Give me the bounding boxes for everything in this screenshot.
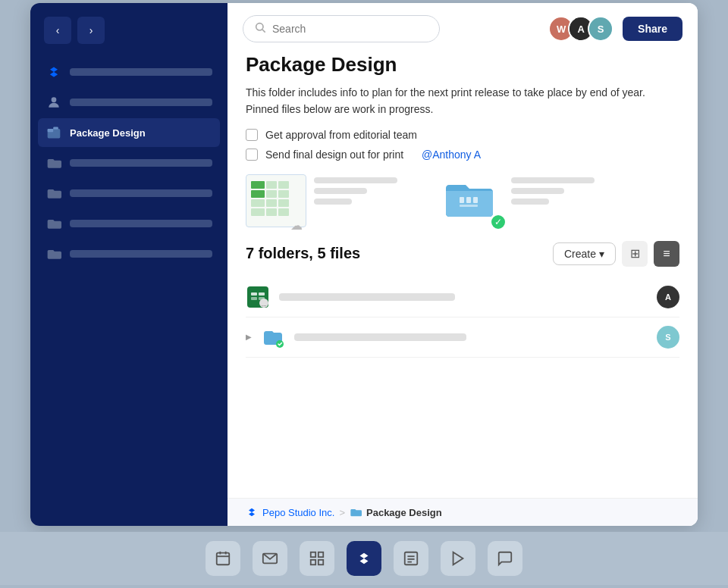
svg-rect-26 [318, 560, 323, 565]
svg-rect-11 [251, 292, 257, 296]
svg-rect-23 [311, 552, 315, 557]
avatar-3: S [588, 16, 613, 42]
grid-cell [251, 208, 265, 216]
grid-cell [251, 190, 265, 198]
count-row: 7 folders, 5 files Create ▾ ⊞ ≡ [246, 241, 679, 267]
taskbar [0, 532, 728, 585]
grid-cell [266, 199, 277, 207]
svg-rect-3 [53, 127, 58, 130]
file-row[interactable]: ... A [246, 277, 679, 317]
file-row[interactable]: ▶ S [246, 317, 679, 358]
grid-cell [278, 208, 289, 216]
sync-check-badge: ✓ [490, 214, 507, 230]
spreadsheet-grid [251, 181, 289, 216]
search-input[interactable] [272, 23, 428, 35]
svg-point-0 [52, 97, 57, 102]
svg-rect-18 [217, 553, 230, 565]
folder-title: Package Design [246, 53, 679, 77]
sidebar-item-folder4[interactable] [38, 239, 220, 268]
grid-cell [278, 190, 289, 198]
checkbox-1[interactable] [246, 129, 258, 141]
dropbox-icon [46, 64, 62, 80]
file-folder-icon [261, 325, 285, 349]
folder3-icon [46, 215, 62, 232]
sidebar-nav: ‹ › [30, 17, 228, 58]
breadcrumb-separator: > [339, 507, 345, 518]
svg-line-5 [262, 30, 265, 33]
file-spreadsheet-icon: ... [246, 285, 270, 309]
svg-rect-12 [259, 292, 265, 296]
grid-cell [251, 199, 265, 207]
meta-bar [314, 177, 397, 183]
spreadsheet-thumbnail: ☁ [246, 174, 306, 227]
expand-arrow-icon[interactable]: ▶ [246, 333, 252, 341]
folder1-icon [46, 155, 62, 171]
breadcrumb-company[interactable]: Pepo Studio Inc. [262, 507, 334, 518]
grid-cell [266, 208, 277, 216]
folder-meta [511, 174, 595, 205]
svg-rect-8 [473, 197, 478, 203]
folder2-icon [46, 185, 62, 202]
app-window: ‹ › [30, 3, 698, 526]
main-content: W A S Share Package Design This folder i… [228, 3, 698, 526]
sidebar-item-folder2[interactable] [38, 179, 220, 208]
sidebar-item-folder4-label [70, 250, 212, 258]
grid-cell [251, 181, 265, 189]
sidebar-item-account-label [70, 99, 212, 106]
sidebar-item-dropbox[interactable] [38, 58, 220, 86]
search-box[interactable] [243, 15, 440, 42]
sidebar-item-dropbox-label [70, 68, 212, 76]
taskbar-chat[interactable] [488, 541, 522, 576]
sidebar-item-folder3-label [70, 220, 212, 227]
breadcrumb-current: Package Design [366, 507, 442, 518]
grid-cell [278, 199, 289, 207]
file-name-bar [279, 293, 455, 301]
count-actions: Create ▾ ⊞ ≡ [553, 241, 679, 267]
taskbar-play[interactable] [441, 541, 475, 576]
share-button[interactable]: Share [623, 17, 682, 41]
checklist: Get approval from editorial team Send fi… [246, 129, 679, 161]
topbar: W A S Share [228, 3, 698, 50]
create-button[interactable]: Create ▾ [553, 242, 616, 265]
grid-cell [266, 190, 277, 198]
file-owner-avatar: S [657, 326, 679, 349]
search-icon [254, 21, 266, 36]
folder-count: 7 folders, 5 files [246, 245, 360, 262]
taskbar-calendar[interactable] [206, 541, 240, 576]
taskbar-notes[interactable] [394, 541, 428, 576]
sidebar-item-package-design-label: Package Design [70, 127, 146, 139]
taskbar-mail[interactable] [253, 541, 287, 576]
svg-rect-6 [460, 197, 464, 203]
sidebar-items: Package Design [30, 58, 228, 526]
meta-bar [511, 188, 564, 194]
file-previews: ☁ [246, 174, 679, 227]
checklist-label-2: Send final design out for print [265, 149, 403, 161]
checklist-label-1: Get approval from editorial team [265, 129, 417, 141]
grid-cell [278, 181, 289, 189]
checklist-mention: @Anthony A [422, 149, 481, 161]
svg-rect-7 [466, 197, 471, 203]
sidebar-item-folder1[interactable] [38, 149, 220, 177]
breadcrumb-bar: Pepo Studio Inc. > Package Design [228, 498, 698, 526]
sidebar-item-folder2-label [70, 189, 212, 197]
view-grid-button[interactable]: ⊞ [622, 241, 648, 267]
file-preview-spreadsheet[interactable]: ☁ [246, 174, 397, 227]
checklist-item-1: Get approval from editorial team [246, 129, 679, 141]
svg-point-4 [256, 23, 263, 30]
svg-rect-9 [460, 205, 478, 207]
file-list: ... A ▶ [246, 277, 679, 358]
back-button[interactable]: ‹ [44, 17, 71, 44]
sidebar-item-package-design[interactable]: Package Design [38, 118, 220, 147]
checkbox-2[interactable] [246, 149, 258, 161]
file-preview-folder[interactable]: ✓ [443, 174, 595, 227]
file-owner-avatar: A [657, 286, 679, 308]
forward-button[interactable]: › [77, 17, 105, 44]
sidebar-item-folder3[interactable] [38, 209, 220, 238]
taskbar-dropbox[interactable] [347, 541, 381, 576]
view-list-button[interactable]: ≡ [654, 241, 679, 267]
meta-bar [511, 199, 549, 205]
create-label: Create [564, 248, 596, 260]
taskbar-grid[interactable] [300, 541, 334, 576]
svg-marker-31 [453, 552, 463, 565]
sidebar-item-account[interactable] [38, 88, 220, 117]
